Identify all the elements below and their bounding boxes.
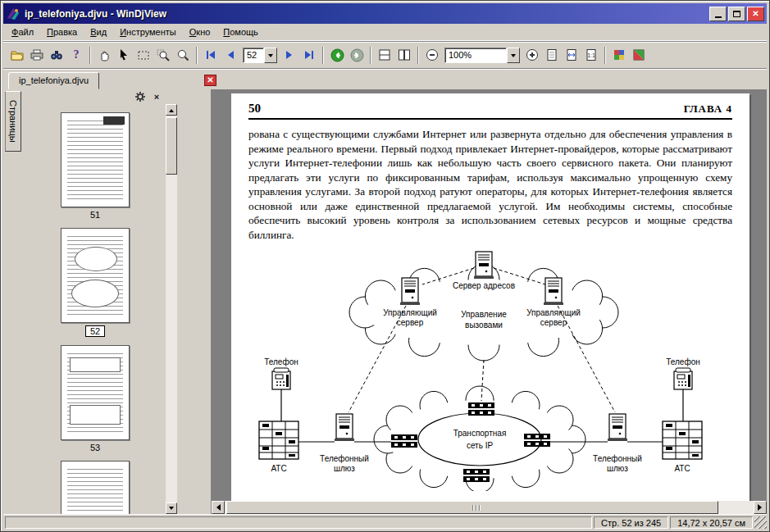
page-number-dropdown-icon[interactable]: [264, 48, 277, 63]
zoom-out-button[interactable]: [422, 46, 442, 65]
ip-network-ellipse: [418, 413, 541, 466]
zoom-dropdown-icon[interactable]: [507, 48, 520, 63]
zoom-in-button[interactable]: [522, 46, 542, 65]
document-tab-label: ip_telefoniya.djvu: [19, 75, 89, 85]
thumbnail-content: [67, 120, 123, 201]
managing-server-icon: [400, 278, 420, 305]
bw-mode-button[interactable]: [629, 46, 649, 65]
previous-page-button[interactable]: [221, 46, 240, 65]
status-page-dimensions: 14,72 x 20,57 см: [670, 516, 753, 529]
next-page-button[interactable]: [280, 46, 299, 65]
window-title: ip_telefoniya.djvu - WinDjView: [25, 8, 709, 20]
thumbnails-list: 51 52 53: [25, 104, 166, 514]
phone-label: Телефон: [264, 357, 298, 366]
phone-label: Телефон: [666, 357, 699, 366]
status-bar: Стр. 52 из 245 14,72 x 20,57 см: [3, 514, 767, 529]
single-page-layout-button[interactable]: [375, 46, 394, 65]
horizontal-scrollbar-thumb[interactable]: [226, 501, 718, 514]
first-page-button[interactable]: [201, 46, 221, 65]
menu-bar: Файл Правка Вид Инструменты Окно Помощь: [3, 24, 767, 41]
menu-help[interactable]: Помощь: [216, 25, 265, 39]
panel-settings-gear-icon[interactable]: [134, 91, 146, 102]
status-page-info: Стр. 52 из 245: [594, 516, 668, 529]
zoom-select-tool-button[interactable]: [153, 46, 173, 65]
scroll-left-icon[interactable]: [212, 501, 225, 514]
actual-size-button[interactable]: 1:1: [581, 46, 601, 65]
print-button[interactable]: [27, 46, 47, 65]
close-button[interactable]: ✕: [747, 7, 764, 21]
gateway-label: Телефонный: [593, 454, 642, 463]
thumbnail-label-51[interactable]: 51: [86, 210, 104, 220]
facing-pages-layout-button[interactable]: [394, 46, 414, 65]
resize-grip[interactable]: [754, 516, 767, 529]
minimize-button[interactable]: [709, 7, 727, 21]
thumbnail-label-53[interactable]: 53: [86, 443, 104, 452]
select-tool-button[interactable]: [114, 46, 134, 65]
thumbnails-scrollbar[interactable]: [166, 104, 177, 514]
horizontal-scrollbar[interactable]: [212, 501, 767, 514]
history-back-button[interactable]: [327, 46, 347, 65]
page-thumbnail-52[interactable]: [61, 228, 130, 323]
scroll-right-icon[interactable]: [754, 501, 767, 514]
fit-width-button[interactable]: [562, 46, 581, 65]
magnifier-tool-button[interactable]: [173, 46, 193, 65]
maximize-button[interactable]: [728, 7, 745, 21]
scroll-down-icon[interactable]: [166, 502, 177, 514]
thumbnail-diagram-cloud: [71, 280, 119, 307]
rect-select-tool-button[interactable]: [134, 46, 153, 65]
zoom-value[interactable]: 100%: [444, 48, 507, 63]
panel-close-icon[interactable]: ×: [151, 91, 162, 102]
thumbnail-label-52-selected[interactable]: 52: [85, 325, 105, 337]
pbx-icon: [663, 421, 702, 459]
sidebar-splitter[interactable]: [177, 89, 212, 514]
title-bar[interactable]: ip_telefoniya.djvu - WinDjView ✕: [3, 3, 767, 24]
menu-view[interactable]: Вид: [84, 25, 113, 39]
help-button[interactable]: ?: [66, 46, 86, 65]
windjview-window: ip_telefoniya.djvu - WinDjView ✕ Файл Пр…: [0, 0, 770, 532]
app-logo-icon: [6, 7, 21, 21]
open-file-button[interactable]: [7, 46, 27, 65]
document-tab[interactable]: ip_telefoniya.djvu: [8, 72, 99, 89]
document-viewer[interactable]: 50 ГЛАВА 4 рована с существующими служба…: [212, 89, 767, 514]
thumbnail-table: [70, 357, 121, 372]
page-header: 50 ГЛАВА 4: [248, 102, 732, 120]
thumbnail-table: [70, 405, 121, 425]
document-page: 50 ГЛАВА 4 рована с существующими служба…: [231, 93, 749, 502]
page-thumbnail-51[interactable]: [61, 112, 130, 207]
sidebar-tab-pages[interactable]: Страницы: [5, 91, 21, 152]
last-page-button[interactable]: [299, 46, 319, 65]
tab-close-button[interactable]: ✕: [204, 75, 216, 86]
zoom-combo[interactable]: 100%: [444, 48, 520, 63]
scroll-up-icon[interactable]: [166, 104, 177, 116]
menu-window[interactable]: Окно: [183, 25, 217, 39]
page-paragraph: рована с существующими службами Интернет…: [248, 127, 732, 242]
page-thumbnail-54[interactable]: [61, 461, 130, 514]
search-icon[interactable]: [47, 46, 66, 65]
call-management-label: Управление: [461, 310, 507, 319]
fit-page-button[interactable]: [542, 46, 562, 65]
gateway-icon: [335, 414, 354, 441]
managing-server-icon: [544, 278, 563, 305]
toolbar-separator: [370, 47, 371, 64]
pbx-icon: [259, 421, 298, 459]
history-forward-button[interactable]: [347, 46, 367, 65]
color-mode-button[interactable]: [609, 46, 629, 65]
phone-icon: [272, 368, 290, 389]
page-number-value[interactable]: 52: [243, 48, 264, 63]
thumbnails-panel-header: ×: [25, 89, 177, 104]
chapter-heading: ГЛАВА 4: [684, 102, 732, 116]
menu-tools[interactable]: Инструменты: [113, 25, 183, 39]
managing-server-label: Управляющий: [526, 308, 581, 317]
page-number-combo[interactable]: 52: [243, 48, 277, 63]
managing-server-label: сервер: [540, 318, 567, 327]
thumbnails-scrollbar-thumb[interactable]: [166, 117, 177, 175]
scrollbar-grip: [472, 505, 482, 511]
svg-text:1:1: 1:1: [587, 52, 595, 58]
address-server-icon: [474, 252, 494, 279]
pbx-label: АТС: [271, 464, 286, 473]
pan-tool-button[interactable]: [94, 46, 114, 65]
menu-edit[interactable]: Правка: [40, 25, 84, 39]
menu-file[interactable]: Файл: [5, 25, 40, 39]
page-thumbnail-53[interactable]: [61, 345, 130, 440]
tab-bar: ip_telefoniya.djvu ✕: [3, 68, 767, 89]
